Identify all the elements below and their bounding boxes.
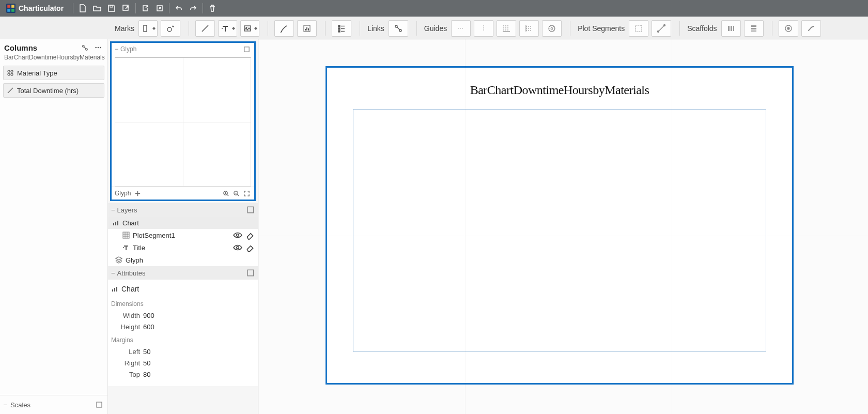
svg-point-36	[98, 47, 99, 49]
popout-icon[interactable]	[246, 206, 255, 214]
height-label: Height	[111, 323, 140, 331]
width-input[interactable]	[142, 311, 255, 320]
height-input[interactable]	[142, 323, 255, 331]
guide-coord-x-button[interactable]	[497, 20, 516, 37]
erase-icon[interactable]	[245, 231, 255, 240]
svg-point-52	[123, 247, 124, 248]
mark-line-button[interactable]	[195, 20, 215, 37]
glyph-panel: − Glyph Glyph	[110, 41, 256, 201]
popout-icon[interactable]	[246, 269, 255, 277]
zoom-fit-icon[interactable]	[242, 189, 251, 198]
zoom-out-icon[interactable]	[231, 189, 241, 198]
guide-x-button[interactable]	[474, 20, 493, 37]
svg-point-41	[11, 73, 13, 75]
collapse-icon[interactable]: −	[115, 45, 118, 53]
margins-label: Margins	[111, 336, 255, 344]
brand-name: Charticulator	[19, 4, 64, 12]
delete-button[interactable]	[205, 1, 220, 16]
chart-page[interactable]: BarChartDowntimeHoursbyMaterials	[326, 66, 794, 385]
open-button[interactable]	[90, 1, 104, 16]
export-template-button[interactable]	[152, 1, 167, 16]
scaffold-vstack-button[interactable]	[744, 20, 764, 37]
svg-point-23	[658, 31, 659, 33]
columns-derive-icon[interactable]	[80, 42, 90, 53]
layer-item-plotsegment[interactable]: PlotSegment1	[108, 229, 258, 241]
mark-text-button[interactable]	[218, 20, 237, 37]
chart-title[interactable]: BarChartDowntimeHoursbyMaterials	[327, 83, 792, 97]
new-button[interactable]	[75, 1, 90, 16]
svg-point-40	[8, 73, 10, 75]
layer-item-glyph[interactable]: Glyph	[108, 254, 258, 266]
svg-rect-17	[338, 28, 340, 29]
links-label: Links	[367, 24, 384, 33]
text-icon	[122, 244, 130, 251]
scaffold-polar-button[interactable]	[779, 20, 798, 37]
legend-button[interactable]	[332, 20, 351, 37]
svg-rect-30	[751, 30, 756, 32]
left-input[interactable]	[142, 347, 255, 356]
mark-icon-button[interactable]	[240, 20, 259, 37]
mark-symbol-button[interactable]	[161, 20, 180, 37]
nested-chart-button[interactable]	[297, 20, 317, 37]
top-input[interactable]	[142, 370, 255, 379]
field-chip[interactable]: Material Type	[3, 66, 104, 80]
svg-rect-26	[731, 26, 732, 31]
chart-canvas[interactable]: BarChartDowntimeHoursbyMaterials	[258, 39, 868, 414]
svg-rect-16	[338, 25, 340, 27]
brand: Charticulator	[3, 4, 67, 13]
layer-item-title[interactable]: Title	[108, 241, 258, 254]
dimensions-label: Dimensions	[111, 300, 255, 308]
layer-label: PlotSegment1	[133, 232, 175, 239]
guide-coord-y-button[interactable]	[519, 20, 539, 37]
visibility-icon[interactable]	[233, 243, 242, 252]
mark-rect-button[interactable]	[138, 20, 158, 37]
svg-rect-55	[112, 289, 113, 292]
plot-segment-line-button[interactable]	[652, 20, 671, 37]
svg-rect-28	[751, 25, 756, 27]
field-chip[interactable]: Total Downtime (hrs)	[3, 83, 104, 98]
links-button[interactable]	[389, 20, 408, 37]
right-input[interactable]	[142, 359, 255, 367]
popout-icon[interactable]	[242, 44, 251, 54]
layer-item-chart[interactable]: Chart	[108, 217, 258, 229]
left-sidebar: Columns BarChartDowntimeHoursbyMaterials…	[0, 39, 108, 414]
layers-title: Layers	[117, 206, 244, 214]
guide-polar-button[interactable]	[542, 20, 562, 37]
data-axis-button[interactable]	[274, 20, 294, 37]
svg-rect-50	[123, 232, 129, 238]
save-button[interactable]	[104, 1, 119, 16]
collapse-icon[interactable]: −	[111, 269, 115, 277]
export-button[interactable]	[119, 1, 133, 16]
svg-rect-48	[115, 222, 116, 225]
popout-icon[interactable]	[94, 400, 104, 410]
chart-plot-area[interactable]	[353, 109, 766, 352]
brand-logo-icon	[6, 4, 16, 13]
svg-rect-29	[751, 28, 756, 29]
erase-icon[interactable]	[245, 243, 255, 252]
left-label: Left	[111, 348, 140, 356]
visibility-icon[interactable]	[233, 231, 242, 240]
zoom-in-icon[interactable]	[221, 189, 230, 198]
plot-segment-region-button[interactable]	[629, 20, 648, 37]
svg-point-51	[237, 234, 239, 237]
import-template-button[interactable]	[138, 1, 152, 16]
dataset-name: BarChartDowntimeHoursbyMaterials	[0, 54, 107, 64]
redo-button[interactable]	[186, 1, 200, 16]
scaffold-curve-button[interactable]	[801, 20, 821, 37]
undo-button[interactable]	[172, 1, 186, 16]
scaffold-hstack-button[interactable]	[721, 20, 741, 37]
collapse-icon[interactable]: −	[3, 401, 8, 409]
marks-label: Marks	[115, 24, 134, 33]
collapse-icon[interactable]: −	[111, 206, 115, 214]
svg-rect-0	[7, 5, 10, 8]
guide-y-button[interactable]	[451, 20, 471, 37]
add-glyph-icon[interactable]	[133, 189, 142, 198]
svg-point-38	[8, 70, 10, 72]
svg-rect-18	[338, 30, 340, 32]
middle-panel: − Glyph Glyph − Layers	[108, 39, 258, 414]
attributes-panel: − Attributes Chart Dimensions Width Heig…	[108, 266, 258, 386]
svg-rect-46	[247, 207, 253, 212]
columns-more-icon[interactable]	[93, 42, 103, 53]
glyph-canvas[interactable]	[115, 57, 251, 187]
svg-rect-25	[728, 26, 730, 31]
